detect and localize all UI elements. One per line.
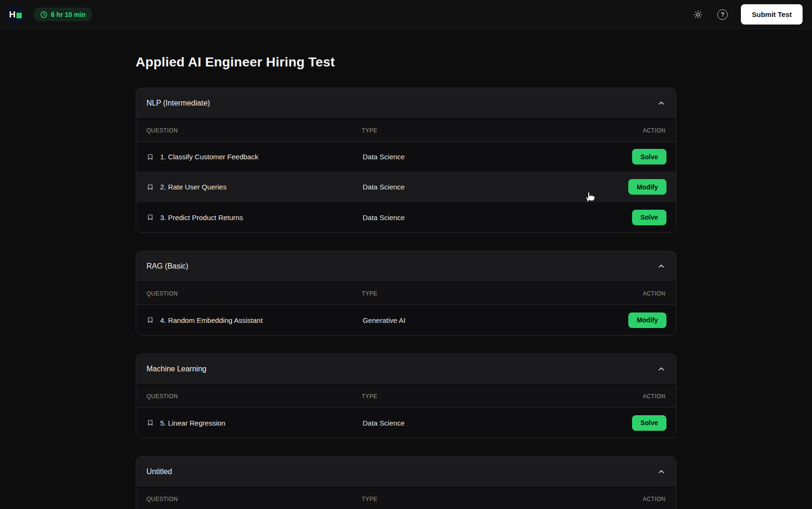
question-row[interactable]: 2. Rate User Queries Data Science Modify: [136, 172, 676, 202]
main-content: Applied AI Engineer Hiring Test NLP (Int…: [136, 29, 676, 509]
question-type: Data Science: [363, 213, 632, 222]
chevron-up-icon[interactable]: [657, 262, 666, 271]
question-label: 5. Linear Regression: [160, 419, 225, 427]
section-title: RAG (Basic): [146, 262, 188, 271]
section-card-rag: RAG (Basic) QUESTION TYPE ACTION 4. Rand…: [136, 251, 676, 336]
question-type: Data Science: [363, 183, 628, 191]
column-header-question: QUESTION: [146, 496, 362, 502]
solve-button[interactable]: Solve: [632, 149, 666, 164]
question-type: Generative AI: [363, 316, 628, 324]
submit-test-button[interactable]: Submit Test: [741, 4, 803, 25]
question-row[interactable]: 5. Linear Regression Data Science Solve: [136, 408, 676, 438]
logo-letter: H: [9, 10, 16, 19]
section-header-machine-learning[interactable]: Machine Learning: [136, 354, 676, 385]
timer-badge: 6 hr 10 min: [33, 8, 92, 21]
question-row[interactable]: 3. Predict Product Returns Data Science …: [136, 202, 676, 232]
solve-button[interactable]: Solve: [632, 415, 666, 431]
column-header-type: TYPE: [362, 393, 623, 400]
question-label: 2. Rate User Queries: [160, 183, 227, 191]
theme-toggle-sun-icon[interactable]: [692, 8, 704, 21]
table-header: QUESTION TYPE ACTION: [136, 119, 676, 142]
bookmark-icon[interactable]: [146, 213, 154, 221]
section-card-machine-learning: Machine Learning QUESTION TYPE ACTION 5.…: [136, 353, 676, 438]
column-header-type: TYPE: [362, 127, 623, 134]
chevron-up-icon[interactable]: [657, 365, 666, 373]
table-header: QUESTION TYPE ACTION: [136, 385, 676, 408]
table-header: QUESTION TYPE ACTION: [136, 488, 676, 509]
question-label: 3. Predict Product Returns: [160, 213, 243, 222]
chevron-up-icon[interactable]: [657, 99, 666, 107]
section-title: Untitled: [146, 468, 172, 476]
section-card-untitled: Untitled QUESTION TYPE ACTION: [136, 456, 676, 509]
table-header: QUESTION TYPE ACTION: [136, 282, 676, 305]
chevron-up-icon[interactable]: [657, 468, 666, 476]
column-header-type: TYPE: [362, 290, 623, 297]
bookmark-icon[interactable]: [146, 419, 154, 427]
help-icon[interactable]: ?: [716, 8, 729, 21]
logo[interactable]: H: [7, 6, 24, 23]
clock-icon: [40, 11, 48, 18]
question-row[interactable]: 1. Classify Customer Feedback Data Scien…: [136, 142, 676, 172]
column-header-question: QUESTION: [146, 290, 362, 297]
bookmark-icon[interactable]: [146, 153, 154, 161]
column-header-type: TYPE: [362, 496, 623, 502]
page-title: Applied AI Engineer Hiring Test: [136, 29, 676, 70]
column-header-action: ACTION: [623, 393, 666, 400]
section-header-rag[interactable]: RAG (Basic): [136, 251, 676, 282]
timer-label: 6 hr 10 min: [51, 11, 86, 18]
column-header-question: QUESTION: [146, 127, 362, 134]
question-type: Data Science: [363, 419, 632, 427]
question-label: 4. Random Embedding Assistant: [160, 316, 263, 324]
logo-green-block-icon: [16, 13, 22, 18]
section-title: Machine Learning: [146, 365, 206, 373]
topbar-right: ? Submit Test: [692, 4, 803, 25]
section-header-nlp[interactable]: NLP (Intermediate): [136, 88, 676, 119]
question-row[interactable]: 4. Random Embedding Assistant Generative…: [136, 305, 676, 335]
help-glyph: ?: [717, 9, 728, 20]
bookmark-icon[interactable]: [146, 183, 154, 191]
bookmark-icon[interactable]: [146, 316, 154, 324]
solve-button[interactable]: Solve: [632, 210, 666, 225]
section-header-untitled[interactable]: Untitled: [136, 457, 676, 488]
question-label: 1. Classify Customer Feedback: [160, 153, 258, 161]
column-header-action: ACTION: [623, 496, 666, 502]
column-header-question: QUESTION: [146, 393, 362, 400]
section-card-nlp: NLP (Intermediate) QUESTION TYPE ACTION …: [136, 88, 676, 233]
modify-button[interactable]: Modify: [628, 179, 666, 195]
topbar: H 6 hr 10 min ? Submit Test: [0, 0, 812, 29]
column-header-action: ACTION: [623, 290, 666, 297]
modify-button[interactable]: Modify: [628, 312, 666, 328]
question-type: Data Science: [363, 153, 632, 161]
column-header-action: ACTION: [623, 127, 666, 134]
app-viewport: H 6 hr 10 min ? Submit Test: [0, 0, 812, 509]
section-title: NLP (Intermediate): [146, 99, 210, 107]
